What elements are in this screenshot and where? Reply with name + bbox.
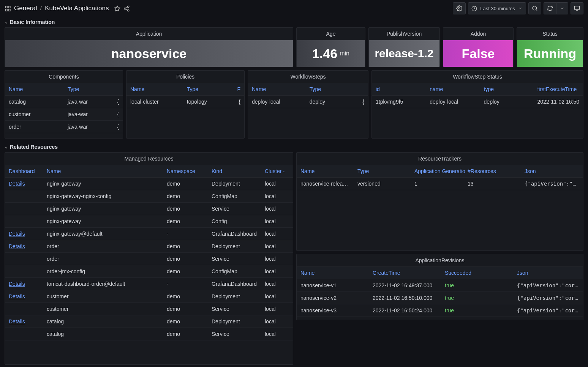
- col-kind[interactable]: Kind: [208, 165, 261, 178]
- breadcrumb: General / KubeVela Applications: [5, 5, 130, 12]
- col-more[interactable]: [113, 83, 123, 96]
- cell: ConfigMap: [208, 265, 261, 278]
- dashboard-grid-icon[interactable]: [5, 5, 11, 12]
- cell: 2022-11-02 16:49:37.000: [369, 279, 441, 292]
- cell: 2022-11-02 16:50: [533, 96, 583, 108]
- svg-rect-1: [8, 6, 10, 8]
- table-row[interactable]: DetailscatalogdemoDeploymentlocal: [5, 315, 293, 328]
- cell-dashboard: [5, 203, 43, 215]
- table-row[interactable]: nanoservice-release…versioned113{"apiVer…: [297, 178, 583, 190]
- stat-addon-value: False: [443, 40, 513, 67]
- table-row[interactable]: orderjava-war{: [5, 121, 123, 133]
- cell: true: [441, 279, 513, 292]
- table-row[interactable]: nginx-gateway-nginx-configdemoConfigMapl…: [5, 190, 293, 203]
- cell-dashboard[interactable]: Details: [5, 228, 43, 240]
- panel-title: PublishVersion: [369, 28, 439, 40]
- col-name[interactable]: Name: [297, 267, 369, 279]
- table-row[interactable]: nanoservice-v12022-11-02 16:49:37.000tru…: [297, 279, 583, 292]
- col-type[interactable]: Type: [64, 83, 113, 96]
- col-type[interactable]: type: [480, 83, 534, 96]
- cell: catalog: [5, 96, 64, 108]
- table-row[interactable]: customerdemoServicelocal: [5, 303, 293, 315]
- refresh-interval-button[interactable]: [556, 2, 568, 14]
- cell: Deployment: [208, 315, 261, 328]
- star-icon[interactable]: [114, 5, 120, 12]
- cell-dashboard[interactable]: Details: [5, 240, 43, 253]
- cell: catalog: [43, 315, 163, 328]
- cell-dashboard[interactable]: Details: [5, 178, 43, 190]
- apprevisions-table: Name CreateTime Succeeded Json nanoservi…: [297, 267, 583, 317]
- table-row[interactable]: orderdemoServicelocal: [5, 253, 293, 265]
- col-createtime[interactable]: CreateTime: [369, 267, 441, 279]
- cell: local: [261, 303, 293, 315]
- cell: demo: [163, 303, 208, 315]
- table-row[interactable]: nginx-gatewaydemoConfiglocal: [5, 215, 293, 228]
- col-appgen[interactable]: Application Generatio: [411, 165, 464, 178]
- cell-dashboard[interactable]: Details: [5, 278, 43, 290]
- table-row[interactable]: customerjava-war{: [5, 108, 123, 121]
- table-row[interactable]: Detailstomcat-dashboard-order@default-Gr…: [5, 278, 293, 290]
- cell-dashboard: [5, 303, 43, 315]
- table-row[interactable]: order-jmx-configdemoConfigMaplocal: [5, 265, 293, 278]
- cell: local: [261, 328, 293, 340]
- table-row[interactable]: 1tpkvmg9f5deploy-localdeploy2022-11-02 1…: [372, 96, 583, 108]
- table-row[interactable]: deploy-localdeploy{: [248, 96, 368, 108]
- col-namespace[interactable]: Namespace: [163, 165, 208, 178]
- cell: demo: [163, 290, 208, 303]
- col-more[interactable]: F: [233, 83, 244, 96]
- settings-button[interactable]: [453, 2, 466, 14]
- section-basic-information[interactable]: ⌄ Basic Information: [0, 17, 588, 27]
- col-type[interactable]: Type: [306, 83, 359, 96]
- cell: -: [163, 228, 208, 240]
- col-type[interactable]: Type: [183, 83, 234, 96]
- svg-marker-4: [115, 6, 120, 11]
- col-type[interactable]: Type: [354, 165, 411, 178]
- cell: {"apiVersion":"core…: [513, 279, 583, 292]
- col-resources[interactable]: #Resources: [464, 165, 521, 178]
- table-row[interactable]: nanoservice-v22022-11-02 16:50:10.000tru…: [297, 292, 583, 304]
- breadcrumb-dashboard[interactable]: KubeVela Applications: [45, 5, 109, 12]
- table-row[interactable]: DetailscustomerdemoDeploymentlocal: [5, 290, 293, 303]
- table-row[interactable]: nanoservice-v32022-11-02 16:50:24.000tru…: [297, 304, 583, 317]
- section-related-resources[interactable]: ⌄ Related Resources: [0, 142, 588, 152]
- cell-dashboard[interactable]: Details: [5, 290, 43, 303]
- col-more[interactable]: [359, 83, 368, 96]
- zoom-out-button[interactable]: [528, 2, 541, 14]
- col-name[interactable]: Name: [43, 165, 163, 178]
- table-row[interactable]: catalogdemoServicelocal: [5, 328, 293, 340]
- svg-point-7: [128, 9, 129, 11]
- col-dashboard[interactable]: Dashboard: [5, 165, 43, 178]
- table-row[interactable]: Detailsnginx-gatewaydemoDeploymentlocal: [5, 178, 293, 190]
- col-firstexecute[interactable]: firstExecuteTime: [533, 83, 583, 96]
- svg-line-13: [536, 9, 537, 11]
- table-row[interactable]: local-clustertopology{: [126, 96, 244, 108]
- cell: local: [261, 290, 293, 303]
- col-json[interactable]: Json: [513, 267, 583, 279]
- svg-point-5: [128, 6, 129, 7]
- policies-table: Name Type F local-clustertopology{: [126, 83, 244, 108]
- cell: {: [359, 96, 368, 108]
- share-icon[interactable]: [123, 5, 130, 12]
- table-row[interactable]: catalogjava-war{: [5, 96, 123, 108]
- stat-age-unit: min: [340, 50, 349, 57]
- col-json[interactable]: Json: [521, 165, 583, 178]
- col-succeeded[interactable]: Succeeded: [441, 267, 513, 279]
- cell-dashboard[interactable]: Details: [5, 315, 43, 328]
- col-name[interactable]: name: [426, 83, 480, 96]
- time-range-button[interactable]: Last 30 minutes: [468, 2, 526, 14]
- breadcrumb-folder[interactable]: General: [14, 5, 37, 12]
- tv-mode-button[interactable]: [571, 2, 583, 14]
- col-name[interactable]: Name: [126, 83, 183, 96]
- table-row[interactable]: Detailsnginx-gateway@default-GrafanaDash…: [5, 228, 293, 240]
- col-name[interactable]: Name: [297, 165, 354, 178]
- panel-title: Components: [5, 71, 123, 83]
- table-row[interactable]: nginx-gatewaydemoServicelocal: [5, 203, 293, 215]
- cell: versioned: [354, 178, 411, 190]
- col-name[interactable]: Name: [248, 83, 306, 96]
- table-row[interactable]: DetailsorderdemoDeploymentlocal: [5, 240, 293, 253]
- cell: nginx-gateway: [43, 215, 163, 228]
- col-cluster[interactable]: Cluster: [261, 165, 293, 178]
- col-name[interactable]: Name: [5, 83, 64, 96]
- col-id[interactable]: id: [372, 83, 426, 96]
- refresh-button[interactable]: [544, 2, 556, 14]
